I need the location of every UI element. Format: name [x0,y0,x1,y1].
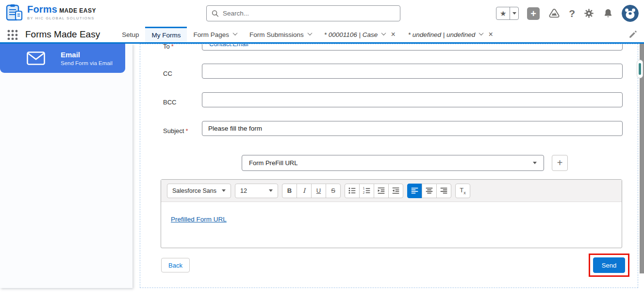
alignment-group [407,184,451,198]
bcc-label: BCC [163,99,176,106]
text-style-group: B I U S [282,184,341,198]
sidebar-item-email[interactable]: Email Send Form via Email [0,44,125,73]
merge-field-selected-value: Form PreFill URL [249,159,297,167]
favorites-button[interactable]: ★ [496,7,519,20]
scrollbar-thumb[interactable] [637,60,643,78]
svg-text:1: 1 [363,186,365,190]
tab-my-forms[interactable]: My Forms [145,27,187,42]
align-center-button[interactable] [422,184,437,198]
close-icon[interactable]: × [488,31,493,38]
merge-field-select[interactable]: Form PreFill URL [242,155,544,171]
prefilled-form-url-link[interactable]: Prefilled Form URL [171,216,227,223]
bulleted-list-button[interactable] [345,184,360,198]
font-family-select[interactable]: Salesforce Sans [167,184,231,198]
required-asterisk: * [171,44,174,50]
plus-icon: + [557,157,563,169]
search-input[interactable] [223,10,395,17]
envelope-icon [27,51,45,65]
subject-field[interactable] [202,121,623,136]
chevron-down-icon[interactable] [381,31,386,35]
italic-button[interactable]: I [297,184,312,198]
global-header: Forms MADE EASY BY HIC GLOBAL SOLUTIONS … [0,0,644,27]
required-asterisk: * [185,127,188,135]
editor-body[interactable]: Prefilled Form URL [161,202,622,236]
numbered-list-icon: 1 2 [363,186,371,195]
bcc-field[interactable] [202,92,623,107]
workspace: Email Send Form via Email To* Contact.Em… [0,44,644,304]
cc-field[interactable] [202,64,623,79]
align-right-button[interactable] [436,184,451,198]
editor-toolbar: Salesforce Sans 12 B I U S [161,180,622,202]
outdent-icon [392,186,400,195]
svg-text:2: 2 [363,191,365,194]
help-icon[interactable]: ? [569,8,575,19]
tab-case-record[interactable]: * 00001106 | Case × [318,27,402,42]
notifications-bell-icon[interactable] [603,8,613,19]
global-actions-button[interactable]: + [527,7,540,20]
app-title: Forms Made Easy [25,29,100,40]
header-utility-icons: ★ + ? [496,0,639,27]
edit-pencil-icon[interactable] [628,30,637,39]
clear-formatting-button[interactable]: Tx [455,184,470,198]
sidebar: Email Send Form via Email [0,44,132,288]
align-center-icon [425,186,433,195]
underline-button[interactable]: U [311,184,326,198]
logo-tagline: BY HIC GLOBAL SOLUTIONS [27,16,96,20]
app-logo: Forms MADE EASY BY HIC GLOBAL SOLUTIONS [5,4,96,22]
send-email-panel: To* Contact.Email CC BCC Subject* Add Me… [140,44,638,288]
app-page: Forms MADE EASY BY HIC GLOBAL SOLUTIONS … [0,0,644,305]
send-button[interactable]: Send [593,257,625,273]
numbered-list-button[interactable]: 1 2 [359,184,374,198]
navigation-bar: Forms Made Easy Setup My Forms Form Page… [0,27,644,44]
outdent-button[interactable] [388,184,403,198]
chevron-down-icon[interactable] [233,31,238,35]
add-merge-field-button[interactable]: + [552,155,568,171]
astro-avatar-icon [622,5,639,22]
align-left-icon [411,186,419,195]
chevron-down-icon[interactable] [479,31,484,35]
chevron-down-icon[interactable] [307,31,312,35]
caret-down-icon [269,189,273,192]
indent-icon [377,186,385,195]
email-card-subtitle: Send Form via Email [61,60,113,66]
strikethrough-button[interactable]: S [326,184,341,198]
favorites-caret-button[interactable] [510,7,518,19]
star-icon[interactable]: ★ [496,7,510,19]
user-avatar[interactable] [622,5,639,22]
tab-undefined-record[interactable]: * undefined | undefined × [402,27,499,42]
font-size-select[interactable]: 12 [235,184,278,198]
caret-down-icon [533,162,537,164]
to-label: To* [163,44,174,50]
cc-label: CC [163,70,172,77]
logo-brand: Forms [27,4,57,15]
email-body-editor: Salesforce Sans 12 B I U S [161,179,622,248]
indent-button[interactable] [374,184,389,198]
logo-brand-suffix: MADE EASY [59,7,96,14]
tab-form-pages[interactable]: Form Pages [187,27,243,42]
subject-label: Subject* [163,127,188,135]
to-value: Contact.Email [208,44,616,48]
plus-icon: + [530,9,536,18]
search-icon [212,10,219,17]
align-left-button[interactable] [407,184,422,198]
global-search[interactable] [206,5,400,21]
caret-down-icon [512,12,516,15]
email-card-title: Email [61,51,113,59]
bold-button[interactable]: B [282,184,297,198]
clear-formatting-icon: Tx [460,186,465,195]
forms-made-easy-logo-icon [5,4,23,22]
tab-setup[interactable]: Setup [116,27,145,42]
caret-down-icon [222,189,226,192]
to-field[interactable]: Contact.Email [202,44,623,51]
setup-gear-icon[interactable] [583,8,594,19]
tab-form-submissions[interactable]: Form Submissions [243,27,318,42]
trailhead-icon[interactable] [548,7,561,20]
align-right-icon [440,186,448,195]
list-indent-group: 1 2 [345,184,403,198]
app-launcher-icon[interactable] [7,29,17,40]
back-button[interactable]: Back [161,258,190,272]
logo-text: Forms MADE EASY BY HIC GLOBAL SOLUTIONS [27,4,96,20]
vertical-scrollbar[interactable] [640,44,644,273]
bulleted-list-icon [348,186,356,195]
close-icon[interactable]: × [391,31,395,38]
